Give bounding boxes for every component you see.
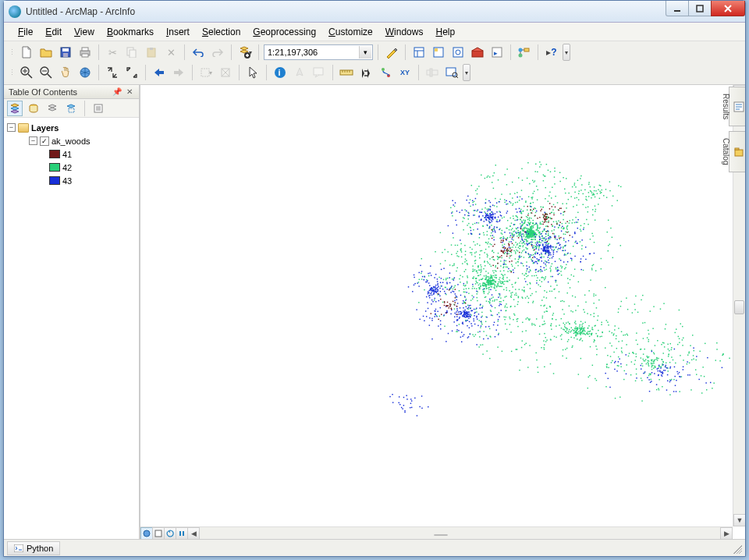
new-button[interactable] bbox=[18, 44, 35, 61]
select-features-button[interactable]: ▾ bbox=[197, 64, 215, 81]
identify-button[interactable]: i bbox=[272, 64, 289, 81]
menu-selection[interactable]: Selection bbox=[196, 23, 247, 41]
data-view-button[interactable] bbox=[140, 527, 153, 540]
refresh-button[interactable] bbox=[164, 527, 176, 540]
tools-options-button[interactable]: ▾ bbox=[463, 64, 470, 81]
save-button[interactable] bbox=[57, 44, 74, 61]
svg-rect-994 bbox=[459, 324, 460, 324]
menu-insert[interactable]: Insert bbox=[160, 23, 196, 41]
find-button[interactable] bbox=[357, 64, 374, 81]
menu-geoprocessing[interactable]: Geoprocessing bbox=[247, 23, 322, 41]
catalog-button[interactable] bbox=[430, 44, 447, 61]
menu-customize[interactable]: Customize bbox=[322, 23, 379, 41]
maximize-button[interactable] bbox=[688, 1, 712, 16]
redo-button[interactable] bbox=[209, 44, 226, 61]
svg-rect-1301 bbox=[517, 250, 518, 251]
toc-button[interactable] bbox=[410, 44, 428, 61]
collapse-icon[interactable]: − bbox=[7, 123, 16, 132]
menu-file[interactable]: File bbox=[12, 23, 39, 41]
layers-node[interactable]: − Layers bbox=[7, 121, 136, 134]
python-window-button[interactable]: ▸ bbox=[488, 44, 506, 61]
editor-toolbar-button[interactable] bbox=[383, 44, 400, 61]
paste-button[interactable] bbox=[143, 44, 160, 61]
titlebar[interactable]: Untitled - ArcMap - ArcInfo bbox=[4, 1, 745, 23]
model-builder-button[interactable] bbox=[516, 44, 533, 61]
svg-rect-513 bbox=[594, 186, 595, 187]
map-canvas[interactable] bbox=[140, 85, 733, 526]
zoom-in-button[interactable] bbox=[18, 64, 35, 81]
legend-item[interactable]: 41 bbox=[7, 147, 136, 161]
pan-button[interactable] bbox=[57, 64, 74, 81]
svg-rect-1101 bbox=[466, 288, 467, 289]
scrollbar-thumb[interactable] bbox=[734, 300, 744, 314]
minimize-button[interactable] bbox=[666, 1, 689, 16]
layer-checkbox[interactable]: ✓ bbox=[40, 136, 49, 146]
pin-icon[interactable]: 📌 bbox=[112, 87, 122, 97]
toc-header[interactable]: Table Of Contents 📌 ✕ bbox=[4, 85, 139, 99]
horizontal-scrollbar[interactable]: ◀ ▶ bbox=[140, 526, 733, 539]
legend-item[interactable]: 42 bbox=[7, 161, 136, 174]
whats-this-button[interactable]: ▸? bbox=[543, 44, 560, 61]
fixed-zoom-out-button[interactable] bbox=[123, 64, 140, 81]
layer-node[interactable]: − ✓ ak_woods bbox=[7, 134, 136, 147]
measure-button[interactable] bbox=[338, 64, 355, 81]
select-elements-button[interactable] bbox=[244, 64, 261, 81]
scale-input[interactable]: 1:21,197,306 ▾ bbox=[264, 44, 373, 60]
go-to-xy-button[interactable]: XY bbox=[396, 64, 414, 81]
legend-item[interactable]: 43 bbox=[7, 174, 136, 187]
toc-options-button[interactable] bbox=[91, 101, 106, 116]
layout-view-button[interactable] bbox=[152, 527, 165, 540]
clear-selection-button[interactable] bbox=[217, 64, 234, 81]
forward-button[interactable] bbox=[170, 64, 187, 81]
close-button[interactable] bbox=[711, 1, 745, 16]
cut-button[interactable]: ✂ bbox=[104, 44, 121, 61]
python-tab-button[interactable]: Python bbox=[7, 541, 60, 555]
svg-rect-905 bbox=[530, 283, 531, 284]
svg-rect-2376 bbox=[467, 308, 467, 309]
svg-rect-2702 bbox=[541, 209, 542, 210]
menu-bookmarks[interactable]: Bookmarks bbox=[101, 23, 160, 41]
search-window-button[interactable] bbox=[449, 44, 467, 61]
scrollbar-thumb[interactable] bbox=[434, 534, 448, 536]
menu-help[interactable]: Help bbox=[429, 23, 461, 41]
close-panel-icon[interactable]: ✕ bbox=[125, 87, 134, 97]
hyperlink-button[interactable] bbox=[291, 64, 308, 81]
svg-rect-2771 bbox=[511, 250, 512, 250]
arctoolbox-button[interactable] bbox=[469, 44, 486, 61]
pause-button[interactable] bbox=[176, 527, 188, 540]
menu-view[interactable]: View bbox=[68, 23, 101, 41]
print-button[interactable] bbox=[76, 44, 94, 61]
svg-rect-2579 bbox=[437, 278, 438, 279]
svg-rect-1990 bbox=[488, 215, 489, 216]
add-data-button[interactable]: ▾ bbox=[236, 44, 254, 61]
scale-dropdown-icon[interactable]: ▾ bbox=[359, 46, 371, 58]
svg-rect-1502 bbox=[589, 375, 590, 376]
html-popup-button[interactable] bbox=[311, 64, 328, 81]
collapse-icon[interactable]: − bbox=[29, 136, 37, 145]
scroll-right-icon[interactable]: ▶ bbox=[720, 527, 733, 540]
zoom-out-button[interactable] bbox=[37, 64, 55, 81]
create-viewer-button[interactable] bbox=[443, 64, 460, 81]
full-extent-button[interactable] bbox=[76, 64, 94, 81]
menu-windows[interactable]: Windows bbox=[379, 23, 430, 41]
open-button[interactable] bbox=[37, 44, 55, 61]
copy-button[interactable] bbox=[123, 44, 140, 61]
list-by-selection-button[interactable] bbox=[63, 101, 79, 116]
scroll-left-icon[interactable]: ◀ bbox=[187, 527, 200, 540]
back-button[interactable] bbox=[151, 64, 168, 81]
list-by-source-button[interactable] bbox=[26, 101, 41, 116]
catalog-tab[interactable]: Catalog bbox=[729, 131, 745, 172]
svg-rect-720 bbox=[541, 207, 541, 207]
results-tab[interactable]: Results bbox=[729, 87, 745, 126]
undo-button[interactable] bbox=[190, 44, 207, 61]
scroll-down-icon[interactable]: ▼ bbox=[733, 514, 745, 526]
time-slider-button[interactable] bbox=[424, 64, 441, 81]
list-by-visibility-button[interactable] bbox=[44, 101, 60, 116]
find-route-button[interactable] bbox=[377, 64, 394, 81]
resize-grip[interactable] bbox=[731, 543, 742, 554]
fixed-zoom-in-button[interactable] bbox=[104, 64, 121, 81]
menu-edit[interactable]: Edit bbox=[39, 23, 68, 41]
delete-button[interactable]: ✕ bbox=[162, 44, 179, 61]
toolbar-options-button[interactable]: ▾ bbox=[563, 44, 570, 61]
list-by-drawing-order-button[interactable] bbox=[7, 101, 23, 116]
